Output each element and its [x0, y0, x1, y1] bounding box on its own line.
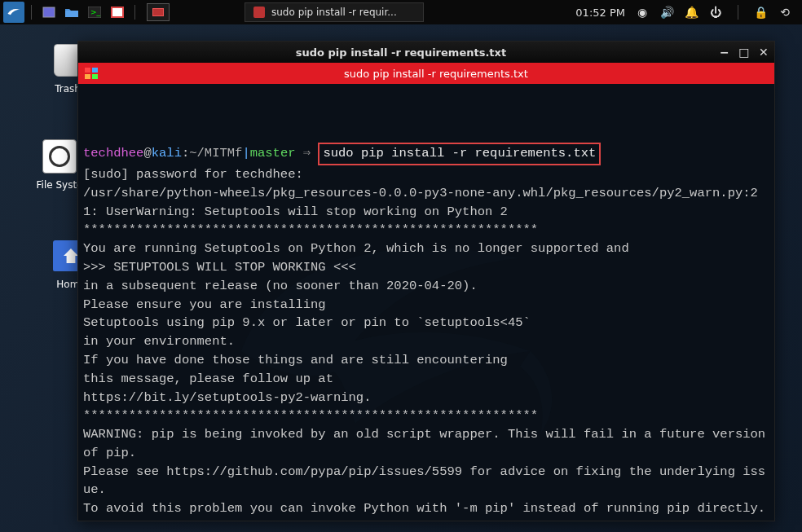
panel-launchers: >_ sudo pip install -r requir... [3, 2, 424, 23]
svg-text:>_: >_ [90, 8, 101, 16]
logout-icon[interactable]: ⟲ [778, 6, 792, 19]
camera-icon[interactable]: ◉ [635, 6, 650, 19]
terminal-launcher-icon[interactable]: >_ [84, 2, 105, 23]
workspace-switcher[interactable] [147, 3, 170, 21]
terminal-output: [sudo] password for techdhee: /usr/share… [83, 167, 773, 516]
prompt-path: ~/MITMf [189, 146, 242, 160]
panel-separator [134, 5, 135, 20]
taskbar-label: sudo pip install -r requir... [271, 7, 397, 18]
window-controls: − □ ✕ [719, 46, 769, 58]
window-title: sudo pip install -r requirements.txt [296, 46, 506, 59]
system-tray: 01:52 PM ◉ 🔊 🔔 ⏻ 🔒 ⟲ [575, 5, 799, 20]
terminal-content: techdhee@kali:~/MITMf|master ⇒ sudo pip … [83, 143, 768, 518]
top-panel: >_ sudo pip install -r requir... 01:52 P… [0, 0, 802, 24]
taskbar-window-button[interactable]: sudo pip install -r requir... [245, 2, 424, 22]
lock-icon[interactable]: 🔒 [753, 6, 768, 19]
volume-icon[interactable]: 🔊 [659, 6, 674, 19]
prompt-branch: master [250, 146, 296, 160]
prompt-sep: | [242, 146, 249, 160]
clock[interactable]: 01:52 PM [575, 7, 625, 19]
svg-rect-9 [92, 74, 98, 79]
prompt-host: kali [152, 146, 182, 160]
svg-rect-0 [43, 7, 55, 17]
window-titlebar[interactable]: sudo pip install -r requirements.txt − □… [78, 42, 774, 63]
close-button[interactable]: ✕ [758, 46, 769, 58]
svg-rect-5 [112, 8, 122, 16]
svg-rect-7 [92, 68, 98, 73]
tab-terminal-icon [85, 68, 98, 79]
prompt-user: techdhee [83, 146, 143, 160]
prompt-colon: : [182, 146, 189, 160]
command-text: sudo pip install -r requirements.txt [323, 146, 596, 160]
svg-rect-1 [65, 11, 78, 17]
tab-title[interactable]: sudo pip install -r requirements.txt [344, 68, 528, 80]
power-icon[interactable]: ⏻ [708, 6, 723, 19]
command-highlight: sudo pip install -r requirements.txt [318, 143, 601, 165]
svg-rect-8 [85, 74, 90, 79]
files-icon[interactable] [61, 2, 82, 23]
terminal-taskbar-icon [253, 7, 265, 18]
terminal-tabbar: sudo pip install -r requirements.txt [78, 63, 774, 84]
terminal-body[interactable]: techdhee@kali:~/MITMf|master ⇒ sudo pip … [78, 84, 774, 521]
panel-separator [31, 5, 32, 20]
maximize-button[interactable]: □ [738, 46, 750, 58]
prompt-at: @ [143, 146, 151, 160]
notifications-icon[interactable]: 🔔 [684, 6, 698, 19]
app-launcher-icon[interactable] [107, 2, 128, 23]
window-list-icon[interactable] [38, 2, 59, 23]
kali-menu-icon[interactable] [3, 2, 24, 23]
panel-separator [738, 5, 738, 20]
filesystem-icon [42, 139, 77, 174]
terminal-window: sudo pip install -r requirements.txt − □… [77, 41, 775, 521]
svg-rect-6 [85, 68, 90, 73]
minimize-button[interactable]: − [719, 46, 730, 58]
prompt-arrow: ⇒ [296, 146, 319, 160]
